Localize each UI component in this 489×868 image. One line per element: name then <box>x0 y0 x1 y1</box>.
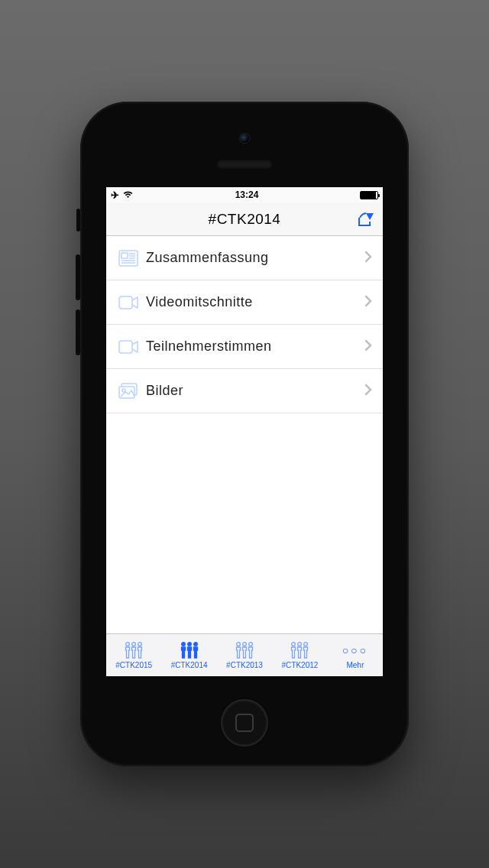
tab-ctk2013[interactable]: #CTK2013 <box>217 634 272 676</box>
svg-point-23 <box>304 643 308 646</box>
tab-more[interactable]: ○○○ Mehr <box>328 634 383 676</box>
svg-point-15 <box>181 643 185 646</box>
airplane-mode-icon: ✈ <box>111 189 119 201</box>
phone-camera <box>240 134 249 143</box>
menu-item-label: Bilder <box>141 383 364 399</box>
menu-item-images[interactable]: Bilder <box>106 369 383 413</box>
chevron-right-icon <box>364 384 372 399</box>
video-icon <box>115 296 141 309</box>
tab-label: #CTK2015 <box>115 661 152 669</box>
phone-home-button <box>221 699 268 747</box>
tab-label: Mehr <box>346 661 364 669</box>
chevron-right-icon <box>364 339 372 355</box>
news-icon <box>115 250 141 267</box>
tab-ctk2015[interactable]: #CTK2015 <box>106 634 161 676</box>
tab-label: #CTK2013 <box>226 661 263 669</box>
video-icon <box>115 340 141 354</box>
menu-item-label: Teilnehmerstimmen <box>141 338 364 355</box>
people-icon <box>232 641 257 659</box>
tab-label: #CTK2014 <box>171 661 208 669</box>
svg-rect-8 <box>119 341 132 353</box>
svg-point-17 <box>193 643 197 646</box>
svg-point-13 <box>132 643 136 646</box>
phone-volume-up <box>76 254 80 300</box>
status-bar: ✈ 13:24 <box>106 187 383 202</box>
svg-point-14 <box>138 643 142 646</box>
svg-point-18 <box>237 643 241 646</box>
menu-item-voices[interactable]: Teilnehmerstimmen <box>106 325 383 369</box>
phone-frame: ✈ 13:24 #CTK2014 <box>80 102 409 766</box>
share-button[interactable] <box>357 202 375 235</box>
content-area: Zusammenfassung Videomitschnitte <box>106 236 383 633</box>
people-icon <box>287 641 313 659</box>
tab-ctk2012[interactable]: #CTK2012 <box>272 634 327 676</box>
people-icon <box>121 641 147 659</box>
images-icon <box>115 383 141 400</box>
more-icon: ○○○ <box>342 641 368 659</box>
svg-point-22 <box>298 643 302 646</box>
phone-volume-down <box>76 309 80 355</box>
tab-ctk2014[interactable]: #CTK2014 <box>161 634 216 676</box>
svg-point-19 <box>243 643 247 646</box>
tab-label: #CTK2012 <box>282 661 319 669</box>
menu-item-label: Videomitschnitte <box>141 294 364 310</box>
screen: ✈ 13:24 #CTK2014 <box>106 187 383 676</box>
chevron-right-icon <box>364 251 372 266</box>
wifi-icon <box>122 189 134 201</box>
svg-point-20 <box>249 643 253 646</box>
menu-item-summary[interactable]: Zusammenfassung <box>106 236 383 280</box>
svg-point-16 <box>187 643 191 646</box>
phone-mute-switch <box>76 209 80 232</box>
svg-rect-1 <box>121 253 128 258</box>
chevron-right-icon <box>364 295 372 310</box>
svg-point-21 <box>292 643 296 646</box>
svg-point-12 <box>126 643 130 646</box>
menu-item-label: Zusammenfassung <box>141 250 364 266</box>
page-title: #CTK2014 <box>209 211 281 228</box>
svg-rect-7 <box>119 296 132 309</box>
tab-bar: #CTK2015 #CTK2014 <box>106 633 383 676</box>
battery-icon <box>360 191 378 199</box>
menu-item-videos[interactable]: Videomitschnitte <box>106 280 383 325</box>
people-icon <box>176 641 202 659</box>
navigation-bar: #CTK2014 <box>106 202 383 236</box>
status-time: 13:24 <box>235 189 259 200</box>
